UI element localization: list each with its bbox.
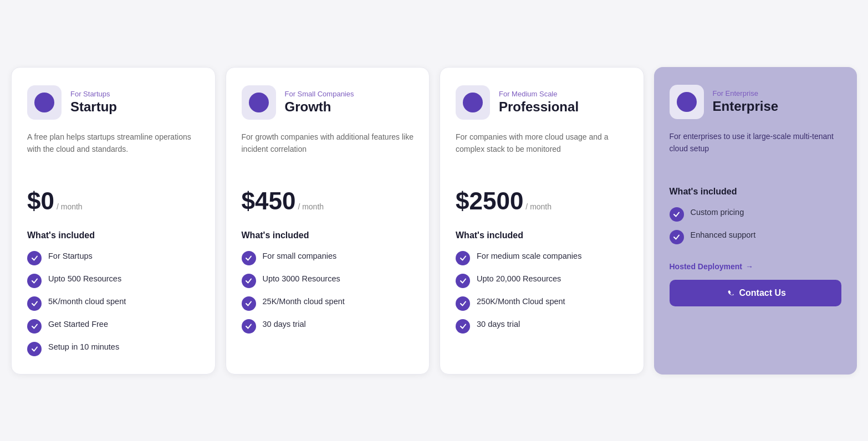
check-icon [670,207,684,222]
feature-text: 5K/month cloud spent [48,296,126,307]
plan-icon [27,85,62,120]
feature-text: Upto 20,000 Resources [477,273,561,284]
pricing-section: For Startups Startup A free plan helps s… [11,67,857,375]
plan-name: Professional [499,99,579,115]
feature-text: 30 days trial [263,319,306,330]
plan-category: For Small Companies [285,90,354,98]
plan-title-group: For Small Companies Growth [285,90,354,115]
plan-description: A free plan helps startups streamline op… [27,131,200,175]
plan-icon [456,85,490,120]
plan-icon-circle [677,92,697,112]
feature-text: For medium scale companies [477,250,581,261]
feature-text: 25K/Month cloud spent [263,296,345,307]
plan-icon [670,85,704,119]
check-icon [456,319,470,334]
check-icon [456,274,470,288]
plan-header: For Small Companies Growth [242,85,414,120]
enterprise-footer: Hosted Deployment → Contact Us [670,262,842,306]
phone-icon [725,288,734,299]
check-icon [242,319,256,334]
plan-icon [242,85,276,120]
feature-text: Get Started Free [48,319,108,330]
plan-header: For Medium Scale Professional [456,85,628,120]
price-period: / month [298,202,324,211]
whats-included-label: What's included [242,230,414,240]
plan-title-group: For Medium Scale Professional [499,90,579,115]
feature-item: Custom pricing [670,207,842,222]
feature-list: Custom pricing Enhanced support [670,207,842,244]
feature-item: 5K/month cloud spent [27,296,200,311]
plan-price: $2500 / month [456,187,628,215]
check-icon [27,342,42,356]
whats-included-label: What's included [456,230,628,240]
plan-price: $450 / month [242,187,414,215]
feature-item: Enhanced support [670,229,842,244]
check-icon [27,274,42,288]
hosted-deployment-label: Hosted Deployment [670,262,742,271]
feature-text: Upto 500 Resources [48,273,121,284]
feature-item: Setup in 10 minutes [27,341,200,356]
feature-item: For small companies [242,250,414,265]
check-icon [670,230,684,244]
feature-item: Get Started Free [27,319,200,334]
plan-card-growth: For Small Companies Growth For growth co… [226,67,430,375]
price-amount: $2500 [456,187,523,215]
whats-included-label: What's included [670,187,842,197]
feature-item: 30 days trial [456,319,628,334]
plan-icon-circle [34,93,54,112]
feature-text: 250K/Month Cloud spent [477,296,565,307]
plan-category: For Startups [70,90,117,98]
plan-card-professional: For Medium Scale Professional For compan… [440,67,644,375]
price-period: / month [57,202,83,211]
check-icon [27,251,42,265]
feature-text: Enhanced support [691,229,756,240]
plan-category: For Enterprise [713,89,779,98]
feature-list: For Startups Upto 500 Resources 5K/month [27,250,200,356]
feature-text: For small companies [263,250,337,261]
plan-description: For companies with more cloud usage and … [456,131,628,175]
check-icon [27,319,42,334]
plan-icon-circle [249,93,269,112]
contact-us-button[interactable]: Contact Us [670,280,842,306]
check-icon [456,251,470,265]
arrow-icon: → [746,262,753,271]
plan-name: Enterprise [713,99,779,114]
check-icon [242,274,256,288]
feature-item: 250K/Month Cloud spent [456,296,628,311]
plan-price: $0 / month [27,187,200,215]
feature-text: Upto 3000 Resources [263,273,340,284]
plan-card-startup: For Startups Startup A free plan helps s… [11,67,216,375]
check-icon [456,296,470,311]
feature-list: For medium scale companies Upto 20,000 R… [456,250,628,334]
feature-item: 25K/Month cloud spent [242,296,414,311]
plan-icon-circle [463,93,483,112]
plan-description: For growth companies with additional fea… [242,131,414,175]
contact-us-label: Contact Us [739,288,786,298]
feature-item: Upto 20,000 Resources [456,273,628,288]
feature-text: For Startups [48,250,93,261]
feature-text: Setup in 10 minutes [48,341,119,352]
price-period: / month [525,202,552,211]
feature-text: Custom pricing [691,207,744,218]
whats-included-label: What's included [27,230,200,240]
feature-item: For medium scale companies [456,250,628,265]
check-icon [27,296,42,311]
plan-name: Growth [285,99,354,115]
price-amount: $0 [27,187,54,215]
plan-title-group: For Enterprise Enterprise [713,89,779,114]
check-icon [242,296,256,311]
feature-item: Upto 3000 Resources [242,273,414,288]
plan-card-enterprise: For Enterprise Enterprise For enterprise… [654,67,857,375]
feature-text: 30 days trial [477,319,520,330]
plan-title-group: For Startups Startup [70,90,117,115]
feature-item: For Startups [27,250,200,265]
feature-item: Upto 500 Resources [27,273,200,288]
feature-item: 30 days trial [242,319,414,334]
hosted-deployment-link[interactable]: Hosted Deployment → [670,262,842,271]
plan-description: For enterprises to use it large-scale mu… [670,130,842,175]
check-icon [242,251,256,265]
plan-header: For Enterprise Enterprise [670,85,842,119]
plan-header: For Startups Startup [27,85,200,120]
plan-name: Startup [70,99,117,115]
price-amount: $450 [242,187,296,215]
